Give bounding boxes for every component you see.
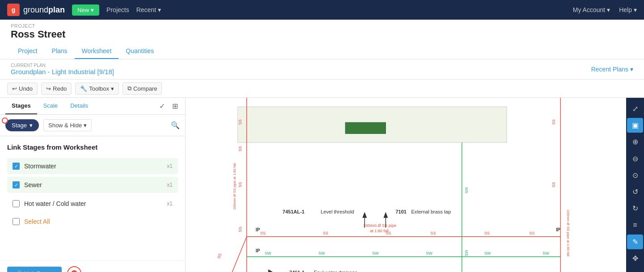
svg-text:SS: SS: [529, 231, 534, 235]
cursor-tool-icon[interactable]: ✥: [627, 251, 643, 266]
select-all-label[interactable]: Select All: [24, 218, 50, 225]
my-account-link[interactable]: My Account ▾: [573, 6, 610, 13]
svg-text:SW: SW: [542, 251, 549, 255]
svg-text:100mm Ø SS pipe: 100mm Ø SS pipe: [363, 223, 396, 228]
stormwater-checkbox[interactable]: [13, 163, 20, 170]
select-all-prefix: Select: [24, 218, 43, 225]
sewer-label[interactable]: Sewer: [24, 181, 162, 188]
toolbox-button[interactable]: 🔧 Toolbox ▾: [75, 83, 119, 95]
tab-project[interactable]: Project: [11, 44, 45, 59]
marker-icon[interactable]: ◆: [627, 268, 643, 272]
svg-text:7451AL-1: 7451AL-1: [283, 209, 305, 214]
hotcold-checkbox[interactable]: [13, 200, 20, 207]
svg-text:SS: SS: [551, 119, 556, 125]
zoom-fit-icon[interactable]: ⊙: [627, 168, 643, 183]
tab-quantities[interactable]: Quantities: [119, 44, 161, 59]
search-button[interactable]: 🔍: [171, 121, 180, 130]
link-stages-action-button[interactable]: 🔗 Link Stages: [7, 267, 62, 272]
recent-plans-button[interactable]: Recent Plans ▾: [591, 66, 633, 73]
left-panel: Stages Scale Details ✓ ⊞ Stage ▾ Show & …: [0, 98, 186, 272]
sewer-count: x1: [167, 182, 173, 188]
brand-text: groundplan: [23, 5, 65, 15]
stage-label: Stage: [12, 122, 27, 129]
stage-chevron-icon: ▾: [30, 122, 33, 129]
link-stages-title: Link Stages from Worksheet: [7, 143, 178, 151]
stage-item-stormwater: Stormwater x1: [7, 158, 178, 174]
hotcold-count: x1: [167, 201, 173, 207]
stage-item-sewer: Sewer x1: [7, 177, 178, 193]
layers-icon[interactable]: ▣: [627, 118, 643, 133]
sewer-checkbox[interactable]: [13, 181, 20, 188]
recent-nav-link[interactable]: Recent ▾: [136, 6, 161, 13]
stage-button[interactable]: Stage ▾: [5, 119, 39, 131]
compare-icon: ⧉: [127, 85, 131, 92]
stage-item-hotcold: Hot water / Cold water x1: [7, 196, 178, 212]
my-account-chevron-icon: ▾: [607, 6, 610, 13]
show-hide-button[interactable]: Show & Hide ▾: [43, 119, 92, 131]
tab-scale[interactable]: Scale: [37, 98, 64, 114]
tab-stages[interactable]: Stages: [5, 98, 37, 114]
expand-icon[interactable]: ⤢: [627, 101, 643, 116]
svg-text:MS: MS: [464, 250, 469, 256]
compare-button[interactable]: ⧉ Compare: [123, 82, 162, 95]
stormwater-label[interactable]: Stormwater: [24, 163, 162, 170]
svg-text:SS: SS: [260, 231, 266, 235]
current-plan-info: CURRENT PLAN Groundplan - Light Industri…: [11, 63, 114, 75]
toolbar: ↩ Undo ↪ Redo 🔧 Toolbox ▾ ⧉ Compare: [0, 80, 644, 98]
new-label: New: [77, 7, 89, 13]
undo-tool-icon[interactable]: ↺: [627, 184, 643, 199]
projects-nav-link[interactable]: Projects: [106, 6, 129, 13]
redo-label: Redo: [53, 85, 67, 92]
svg-text:Foul water drainage: Foul water drainage: [314, 270, 357, 272]
svg-text:SS: SS: [551, 182, 556, 187]
brand-logo[interactable]: g groundplan: [7, 4, 65, 16]
brand-icon: g: [7, 4, 20, 16]
svg-text:SS: SS: [431, 231, 436, 235]
tab-plans[interactable]: Plans: [45, 44, 75, 59]
svg-text:MS: MS: [464, 187, 469, 193]
zoom-in-icon[interactable]: ⊕: [627, 134, 643, 149]
redo-button[interactable]: ↪ Redo: [41, 83, 72, 95]
draw-icon[interactable]: ✎: [627, 234, 643, 249]
my-account-label: My Account: [573, 6, 605, 13]
plan-canvas[interactable]: SS SS SS SS 100mm Ø SS pipe at 1:60 fall…: [186, 98, 626, 272]
tab-worksheet[interactable]: Worksheet: [75, 44, 119, 59]
link-stages-btn-label: Link Stages: [24, 270, 55, 272]
compare-label: Compare: [133, 85, 157, 92]
record-button[interactable]: [67, 266, 81, 272]
svg-text:100mm Ø SS pipe at 1:60 fall: 100mm Ø SS pipe at 1:60 fall: [233, 163, 237, 210]
svg-text:SS: SS: [238, 119, 242, 125]
plan-svg: SS SS SS SS 100mm Ø SS pipe at 1:60 fall…: [186, 98, 626, 272]
grid-icon-button[interactable]: ⊞: [170, 100, 180, 112]
undo-button[interactable]: ↩ Undo: [7, 83, 38, 95]
list-icon[interactable]: ≡: [627, 218, 643, 232]
svg-text:SW: SW: [484, 251, 491, 255]
record-inner-dot: [71, 270, 77, 272]
redo-tool-icon[interactable]: ↻: [627, 201, 643, 216]
svg-text:SS: SS: [238, 182, 242, 187]
zoom-out-icon[interactable]: ⊖: [627, 151, 643, 166]
panel-tabs: Stages Scale Details ✓ ⊞: [0, 98, 185, 115]
help-link[interactable]: Help ▾: [619, 6, 637, 13]
check-icon-button[interactable]: ✓: [157, 100, 167, 112]
tab-details[interactable]: Details: [64, 98, 94, 114]
new-button[interactable]: New ▾: [72, 4, 99, 16]
svg-text:IP: IP: [256, 227, 260, 232]
svg-text:SS: SS: [238, 227, 242, 232]
select-all-row: Select All: [7, 214, 178, 229]
sub-header: PROJECT Ross Street Project Plans Worksh…: [0, 20, 644, 59]
stage-area: Stage ▾ Show & Hide ▾ 🔍: [0, 115, 185, 136]
svg-text:SW: SW: [426, 251, 433, 255]
current-plan-name: Groundplan - Light Industrial [9/18]: [11, 68, 114, 75]
navbar: g groundplan New ▾ Projects Recent ▾ My …: [0, 0, 644, 20]
plan-name-text: Groundplan - Light Industrial: [11, 68, 95, 75]
panel-footer: 🔗 Link Stages: [0, 260, 185, 272]
select-all-checkbox[interactable]: [13, 218, 20, 225]
link-stages-panel: Link Stages from Worksheet Stormwater x1…: [0, 136, 185, 260]
hotcold-label[interactable]: Hot water / Cold water: [24, 200, 162, 207]
right-sidebar: ⤢ ▣ ⊕ ⊖ ⊙ ↺ ↻ ≡ ✎ ✥ ◆: [626, 98, 644, 272]
show-hide-chevron-icon: ▾: [84, 122, 87, 129]
redo-icon: ↪: [46, 85, 51, 92]
help-label: Help: [619, 6, 632, 13]
stage-red-dot: [2, 117, 8, 124]
